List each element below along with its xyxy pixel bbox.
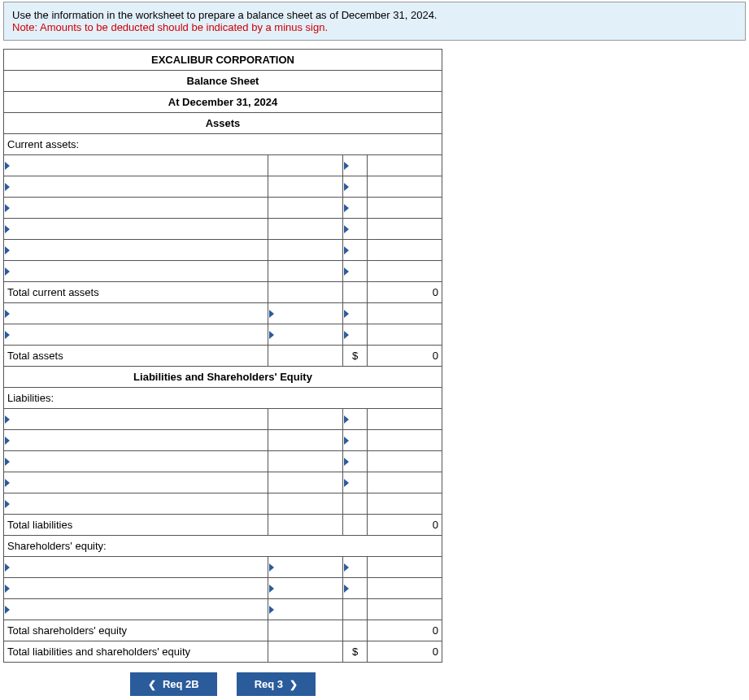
asset-item-dropdown[interactable] xyxy=(4,303,268,324)
sign-dropdown[interactable] xyxy=(342,155,368,176)
sign-dropdown[interactable] xyxy=(342,557,368,578)
sign-dropdown[interactable] xyxy=(342,472,368,493)
total-liab-eq-value: 0 xyxy=(368,641,442,663)
amount-dropdown[interactable] xyxy=(268,578,343,599)
total-liabilities-label: Total liabilities xyxy=(4,515,268,536)
sign-cell xyxy=(342,599,368,620)
amount-input[interactable] xyxy=(268,176,343,198)
asset-item-dropdown[interactable] xyxy=(4,324,268,346)
company-header: EXCALIBUR CORPORATION xyxy=(4,50,442,71)
sign-cell xyxy=(342,620,368,641)
amount-input[interactable] xyxy=(268,219,343,240)
total-equity-label: Total shareholders' equity xyxy=(4,620,268,641)
liab-eq-section-header: Liabilities and Shareholders' Equity xyxy=(4,367,442,388)
liability-item-dropdown[interactable] xyxy=(4,493,268,515)
next-button[interactable]: Req 3 ❯ xyxy=(237,672,316,696)
asset-item-dropdown[interactable] xyxy=(4,176,268,198)
report-date: At December 31, 2024 xyxy=(4,92,442,113)
amount-input[interactable] xyxy=(268,198,343,219)
amount-input[interactable] xyxy=(368,324,442,346)
prev-button-label: Req 2B xyxy=(163,678,199,690)
chevron-left-icon: ❮ xyxy=(148,679,156,690)
amount-dropdown[interactable] xyxy=(268,324,343,346)
amount-dropdown[interactable] xyxy=(268,557,343,578)
asset-item-dropdown[interactable] xyxy=(4,155,268,176)
amount-input[interactable] xyxy=(268,430,343,451)
instruction-line-2: Note: Amounts to be deducted should be i… xyxy=(12,21,737,33)
liability-item-dropdown[interactable] xyxy=(4,472,268,493)
amount-input[interactable] xyxy=(368,303,442,324)
total-assets-label: Total assets xyxy=(4,346,268,367)
sign-dropdown[interactable] xyxy=(342,219,368,240)
total-equity-value: 0 xyxy=(368,620,442,641)
amount-input[interactable] xyxy=(368,472,442,493)
amount-input[interactable] xyxy=(368,198,442,219)
amount-input[interactable] xyxy=(368,451,442,472)
amount-input[interactable] xyxy=(268,409,343,430)
amount-dropdown[interactable] xyxy=(268,599,343,620)
liabilities-label: Liabilities: xyxy=(4,388,442,409)
asset-item-dropdown[interactable] xyxy=(4,219,268,240)
sign-cell xyxy=(342,515,368,536)
sign-dropdown[interactable] xyxy=(342,240,368,261)
sign-dropdown[interactable] xyxy=(342,198,368,219)
amount-input[interactable] xyxy=(268,155,343,176)
sign-dropdown[interactable] xyxy=(342,324,368,346)
amount-cell xyxy=(268,282,343,303)
amount-input[interactable] xyxy=(368,261,442,282)
equity-item-dropdown[interactable] xyxy=(4,557,268,578)
amount-input[interactable] xyxy=(368,155,442,176)
sign-dropdown[interactable] xyxy=(342,578,368,599)
liability-item-dropdown[interactable] xyxy=(4,409,268,430)
amount-input[interactable] xyxy=(368,409,442,430)
total-liab-eq-label: Total liabilities and shareholders' equi… xyxy=(4,641,268,663)
shareholders-equity-label: Shareholders' equity: xyxy=(4,536,442,557)
total-current-assets-value: 0 xyxy=(368,282,442,303)
nav-buttons: ❮ Req 2B Req 3 ❯ xyxy=(3,672,442,696)
amount-input[interactable] xyxy=(268,240,343,261)
sign-dropdown[interactable] xyxy=(342,430,368,451)
instructions-box: Use the information in the worksheet to … xyxy=(3,2,746,41)
asset-item-dropdown[interactable] xyxy=(4,261,268,282)
asset-item-dropdown[interactable] xyxy=(4,198,268,219)
chevron-right-icon: ❯ xyxy=(290,679,298,690)
asset-item-dropdown[interactable] xyxy=(4,240,268,261)
assets-section-header: Assets xyxy=(4,113,442,134)
next-button-label: Req 3 xyxy=(255,678,283,690)
total-current-assets-label: Total current assets xyxy=(4,282,268,303)
liability-item-dropdown[interactable] xyxy=(4,430,268,451)
instruction-line-1: Use the information in the worksheet to … xyxy=(12,9,737,21)
amount-input[interactable] xyxy=(268,472,343,493)
sign-dropdown[interactable] xyxy=(342,261,368,282)
sign-dropdown[interactable] xyxy=(342,176,368,198)
total-assets-value: 0 xyxy=(368,346,442,367)
balance-sheet-table: EXCALIBUR CORPORATION Balance Sheet At D… xyxy=(3,49,442,663)
amount-input[interactable] xyxy=(368,599,442,620)
amount-input[interactable] xyxy=(268,451,343,472)
amount-input[interactable] xyxy=(368,493,442,515)
sign-dropdown[interactable] xyxy=(342,451,368,472)
liability-item-dropdown[interactable] xyxy=(4,451,268,472)
equity-item-dropdown[interactable] xyxy=(4,599,268,620)
amount-input[interactable] xyxy=(268,261,343,282)
amount-dropdown[interactable] xyxy=(268,303,343,324)
current-assets-label: Current assets: xyxy=(4,134,442,155)
sign-cell xyxy=(342,493,368,515)
amount-input[interactable] xyxy=(368,557,442,578)
sign-cell xyxy=(342,282,368,303)
sign-dropdown[interactable] xyxy=(342,303,368,324)
amount-input[interactable] xyxy=(368,430,442,451)
amount-input[interactable] xyxy=(368,176,442,198)
amount-cell xyxy=(268,515,343,536)
amount-input[interactable] xyxy=(268,493,343,515)
amount-input[interactable] xyxy=(368,578,442,599)
total-liabilities-value: 0 xyxy=(368,515,442,536)
amount-cell xyxy=(268,641,343,663)
report-title: Balance Sheet xyxy=(4,71,442,92)
amount-cell xyxy=(268,620,343,641)
sign-dropdown[interactable] xyxy=(342,409,368,430)
amount-input[interactable] xyxy=(368,240,442,261)
equity-item-dropdown[interactable] xyxy=(4,578,268,599)
amount-input[interactable] xyxy=(368,219,442,240)
prev-button[interactable]: ❮ Req 2B xyxy=(130,672,217,696)
